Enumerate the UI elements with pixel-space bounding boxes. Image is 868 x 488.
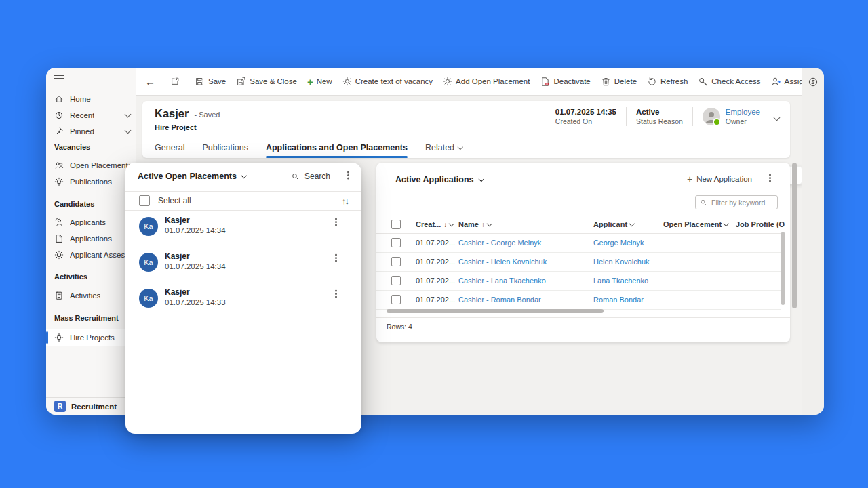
tab-general[interactable]: General — [155, 138, 184, 158]
page-scrollbar[interactable] — [792, 163, 797, 308]
chevron-down-icon[interactable] — [478, 176, 484, 182]
create-text-of-vacancy-button[interactable]: Create text of vacancy — [342, 77, 433, 86]
table-row[interactable]: 01.07.202... Cashier - Helen Kovalchuk H… — [376, 252, 781, 272]
applicant-link[interactable]: Roman Bondar — [593, 296, 644, 304]
gear-icon — [54, 250, 64, 260]
sidebar-item-label: Applications — [70, 235, 112, 243]
new-button[interactable]: + New — [307, 77, 332, 87]
back-button[interactable]: ← — [145, 76, 155, 87]
column-name[interactable]: Name ↑ — [458, 220, 491, 228]
select-all-checkbox[interactable] — [139, 195, 150, 206]
sidebar-item-label: Applicants — [70, 218, 106, 226]
sort-ascending-icon: ↑ — [481, 221, 485, 228]
document-icon — [54, 234, 64, 243]
app-switcher[interactable]: R Recruitment — [46, 397, 136, 415]
sidebar-item-publications[interactable]: Publications — [46, 174, 136, 190]
app-name: Recruitment — [71, 403, 117, 411]
application-link[interactable]: Cashier - George Melnyk — [458, 239, 541, 247]
sidebar-item-applications[interactable]: Applications — [46, 230, 136, 247]
owner-field[interactable]: Employee Owner — [693, 108, 760, 125]
sidebar-item-applicant-assessments[interactable]: Applicant Assessments — [46, 247, 136, 263]
select-all-checkbox[interactable] — [391, 220, 401, 229]
applications-view-selector[interactable]: Active Applications — [395, 175, 474, 184]
avatar: Ka — [139, 253, 158, 272]
row-checkbox[interactable] — [391, 257, 401, 266]
table-row[interactable]: 01.07.202... Cashier - Roman Bondar Roma… — [376, 290, 781, 310]
sidebar-item-activities[interactable]: Activities — [46, 287, 136, 304]
filter-by-keyword-box[interactable] — [695, 195, 778, 209]
chevron-down-icon — [724, 221, 729, 226]
applicant-link[interactable]: Helen Kovalchuk — [593, 258, 650, 266]
open-placements-panel: Active Open Placements Search Select all… — [125, 163, 361, 434]
panel-header: Active Open Placements Search — [125, 163, 361, 192]
tab-related[interactable]: Related — [425, 138, 462, 158]
row-checkbox[interactable] — [391, 295, 401, 304]
applications-more-button[interactable] — [769, 177, 771, 179]
item-more-button[interactable] — [335, 293, 337, 295]
list-item[interactable]: Ka Kasjer 01.07.2025 14:34 — [125, 216, 361, 247]
copilot-icon[interactable] — [808, 77, 818, 90]
applicant-link[interactable]: Lana Tkachenko — [593, 277, 648, 285]
column-job-profile[interactable]: Job Profile (O — [736, 220, 785, 228]
chevron-down-icon — [487, 221, 492, 226]
sidebar-item-open-placements[interactable]: Open Placements — [46, 157, 136, 174]
list-item[interactable]: Ka Kasjer 01.07.2025 14:34 — [125, 251, 361, 283]
divider — [376, 317, 790, 318]
sidebar-item-applicants[interactable]: Applicants — [46, 214, 136, 230]
item-more-button[interactable] — [335, 221, 337, 223]
column-created-on[interactable]: Creat... ↓ — [416, 220, 454, 228]
application-link[interactable]: Cashier - Roman Bondar — [458, 296, 541, 304]
save-and-close-button[interactable]: Save & Close — [236, 77, 297, 87]
sidebar-group-mass-recruitment: Mass Recruitment — [54, 314, 119, 322]
panel-search-button[interactable]: Search — [291, 171, 330, 181]
save-button[interactable]: Save — [195, 77, 226, 87]
refresh-button[interactable]: Refresh — [647, 77, 688, 87]
record-header-card: Kasjer - Saved Hire Project 01.07.2025 1… — [142, 101, 790, 158]
list-item[interactable]: Ka Kasjer 01.07.2025 14:33 — [125, 287, 361, 319]
entity-name: Hire Project — [155, 123, 197, 131]
applicant-link[interactable]: George Melnyk — [593, 239, 644, 247]
row-checkbox[interactable] — [391, 276, 401, 285]
row-checkbox[interactable] — [391, 238, 401, 247]
chevron-down-icon[interactable] — [241, 173, 247, 178]
hamburger-icon[interactable] — [54, 75, 64, 83]
table-vertical-scrollbar[interactable] — [781, 232, 785, 305]
sidebar-item-hire-projects[interactable]: Hire Projects — [46, 329, 136, 346]
sidebar-item-recent[interactable]: Recent — [46, 107, 136, 123]
select-all-row: Select all ↑↓ — [125, 191, 361, 211]
sidebar-item-home[interactable]: Home — [46, 91, 136, 107]
open-placements-view-selector[interactable]: Active Open Placements — [138, 171, 237, 181]
deactivate-icon — [540, 77, 550, 87]
tab-publications[interactable]: Publications — [202, 138, 248, 158]
column-open-placement[interactable]: Open Placement — [663, 220, 728, 228]
application-link[interactable]: Cashier - Helen Kovalchuk — [458, 258, 547, 266]
chevron-down-icon[interactable] — [125, 111, 132, 118]
owner-avatar — [703, 108, 720, 125]
open-in-new-icon — [170, 77, 180, 86]
add-open-placement-button[interactable]: Add Open Placement — [443, 77, 530, 86]
filter-input[interactable] — [710, 198, 771, 207]
open-in-new-window-button[interactable] — [170, 77, 180, 86]
table-horizontal-scrollbar[interactable] — [387, 309, 604, 313]
column-applicant[interactable]: Applicant — [593, 220, 634, 228]
chevron-down-icon — [458, 144, 463, 150]
chevron-down-icon[interactable] — [125, 127, 132, 134]
search-icon — [291, 172, 300, 181]
check-access-button[interactable]: Check Access — [698, 77, 760, 87]
sidebar-item-pinned[interactable]: Pinned — [46, 123, 136, 140]
refresh-icon — [647, 77, 657, 87]
applications-table-header: Creat... ↓ Name ↑ Applicant — [376, 216, 781, 234]
table-row[interactable]: 01.07.202... Cashier - Lana Tkachenko La… — [376, 271, 781, 291]
tab-applications-and-open-placements[interactable]: Applications and Open Placements — [266, 138, 408, 158]
new-application-button[interactable]: + New Application — [687, 174, 752, 184]
table-row[interactable]: 01.07.202... Cashier - George Melnyk Geo… — [376, 233, 781, 253]
application-link[interactable]: Cashier - Lana Tkachenko — [458, 277, 546, 285]
panel-more-button[interactable] — [347, 174, 349, 176]
owner-link[interactable]: Employee — [726, 108, 760, 116]
deactivate-button[interactable]: Deactivate — [540, 77, 590, 87]
delete-button[interactable]: Delete — [601, 77, 637, 87]
item-more-button[interactable] — [335, 257, 337, 259]
sort-icon[interactable]: ↑↓ — [342, 196, 348, 206]
header-expand-chevron[interactable] — [774, 115, 781, 121]
sidebar-item-label: Home — [70, 95, 91, 103]
